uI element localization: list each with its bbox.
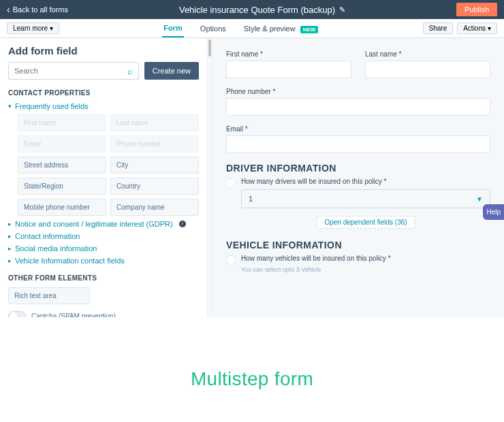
driver-question-label: How many drivers will be insured on this… <box>241 178 490 185</box>
scrollbar-thumb[interactable] <box>208 39 211 56</box>
field-country[interactable]: Country <box>110 178 199 195</box>
contact-info-label: Contact information <box>15 232 80 240</box>
chevron-down-icon: ▾ <box>8 103 12 110</box>
new-badge: NEW <box>300 26 319 33</box>
create-new-button[interactable]: Create new <box>144 62 199 80</box>
contact-info-toggle[interactable]: ▸ Contact information <box>8 232 199 240</box>
driver-info-heading: DRIVER INFORMATION <box>226 163 490 174</box>
rich-text-chip[interactable]: Rich text area <box>8 287 90 304</box>
gdpr-toggle[interactable]: ▸ Notice and consent / legitimate intere… <box>8 220 199 228</box>
phone-preview-label: Phone number * <box>226 88 490 95</box>
vehicle-hint-label: You can select upto 3 Vehicle <box>241 266 490 273</box>
first-name-preview-label: First name * <box>226 50 351 58</box>
tab-style-preview[interactable]: Style & preview NEW <box>242 20 320 37</box>
learn-more-label: Learn more <box>13 25 48 32</box>
last-name-preview-label: Last name * <box>365 50 490 58</box>
chevron-left-icon <box>7 4 10 15</box>
chevron-right-icon: ▸ <box>8 257 12 264</box>
tab-style-label: Style & preview <box>244 25 296 33</box>
field-last-name[interactable]: Last name <box>110 114 199 131</box>
contact-properties-label: CONTACT PROPERTIES <box>8 89 199 97</box>
step-marker-icon <box>226 178 236 188</box>
last-name-preview-input[interactable] <box>365 61 490 78</box>
back-to-forms-link[interactable]: Back to all forms <box>7 4 68 15</box>
tab-form[interactable]: Form <box>162 20 184 37</box>
email-preview-input[interactable] <box>226 135 490 153</box>
pencil-icon[interactable]: ✎ <box>339 5 345 14</box>
field-city[interactable]: City <box>110 157 199 174</box>
frequently-used-label: Frequently used fields <box>15 102 89 110</box>
vehicle-question-label: How many vehicles will be insured on thi… <box>241 255 490 262</box>
info-icon[interactable]: i <box>179 221 186 227</box>
actions-button[interactable]: Actions ▾ <box>457 22 497 34</box>
left-panel: Add form field ⌕ Create new CONTACT PROP… <box>0 38 207 317</box>
page-caption: Multistep form <box>0 368 504 390</box>
chevron-right-icon: ▸ <box>8 233 12 240</box>
field-company-name[interactable]: Company name <box>110 199 199 216</box>
help-tab[interactable]: Help <box>483 204 504 220</box>
frequently-used-toggle[interactable]: ▾ Frequently used fields <box>8 102 199 110</box>
first-name-preview-input[interactable] <box>226 61 351 78</box>
captcha-label: Captcha (SPAM prevention) <box>31 312 116 318</box>
tab-options[interactable]: Options <box>199 20 227 37</box>
social-toggle[interactable]: ▸ Social media information <box>8 244 199 253</box>
search-input[interactable] <box>14 67 127 75</box>
email-preview-label: Email * <box>226 125 490 133</box>
form-preview-panel: First name * Last name * Phone number * … <box>212 38 504 317</box>
panel-divider <box>207 38 212 317</box>
chevron-right-icon: ▸ <box>8 221 12 227</box>
driver-count-select[interactable]: 1 ▼ <box>241 189 490 208</box>
gdpr-label: Notice and consent / legitimate interest… <box>15 220 173 228</box>
actions-label: Actions <box>463 25 486 32</box>
form-title: Vehicle insurance Quote Form (backup) <box>179 5 335 15</box>
field-mobile-phone[interactable]: Mobile phone number <box>18 199 106 216</box>
captcha-toggle[interactable] <box>8 311 26 317</box>
chevron-down-icon: ▾ <box>50 25 53 32</box>
driver-count-value: 1 <box>249 195 253 203</box>
social-label: Social media information <box>15 244 97 253</box>
search-input-wrapper[interactable]: ⌕ <box>8 62 139 80</box>
phone-preview-input[interactable] <box>226 98 490 116</box>
open-dependent-fields-link[interactable]: Open dependent fields (36) <box>317 216 414 229</box>
step-marker-icon <box>226 255 236 265</box>
search-icon: ⌕ <box>127 66 133 76</box>
other-elements-label: OTHER FORM ELEMENTS <box>8 274 199 282</box>
field-first-name[interactable]: First name <box>18 114 106 131</box>
learn-more-button[interactable]: Learn more ▾ <box>7 22 59 34</box>
vehicle-fields-label: Vehicle Information contact fields <box>15 257 125 265</box>
field-street-address[interactable]: Street address <box>18 157 106 174</box>
field-phone-number[interactable]: Phone number <box>110 135 199 152</box>
add-field-heading: Add form field <box>8 45 199 56</box>
back-label: Back to all forms <box>13 5 68 14</box>
field-email[interactable]: Email <box>18 135 106 152</box>
vehicle-fields-toggle[interactable]: ▸ Vehicle Information contact fields <box>8 257 199 265</box>
publish-button[interactable]: Publish <box>456 3 497 16</box>
share-button[interactable]: Share <box>423 22 454 34</box>
chevron-right-icon: ▸ <box>8 245 12 252</box>
vehicle-info-heading: VEHICLE INFORMATION <box>226 240 490 250</box>
field-state-region[interactable]: State/Region <box>18 178 106 195</box>
caret-down-icon: ▼ <box>476 195 483 203</box>
chevron-down-icon: ▾ <box>488 25 491 32</box>
